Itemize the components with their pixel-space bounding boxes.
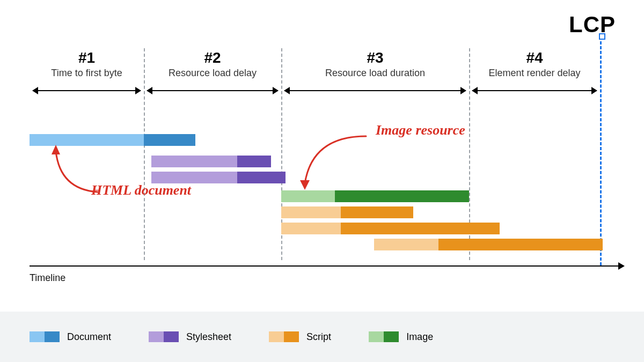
legend-swatch — [149, 331, 179, 342]
legend: DocumentStylesheetScriptImage — [0, 312, 644, 362]
legend-item: Image — [369, 331, 433, 343]
bar-script-wait — [374, 239, 438, 250]
phase-number: #2 — [144, 49, 281, 67]
legend-swatch — [269, 331, 299, 342]
phase-span-arrow — [284, 90, 466, 91]
bar-stylesheet-wait — [151, 156, 237, 167]
phase-header: #1Time to first byte — [30, 49, 144, 79]
timeline-axis-label: Timeline — [30, 272, 65, 284]
bar-stylesheet-download — [237, 172, 286, 183]
phase-span-arrow — [147, 90, 278, 91]
timeline-axis — [30, 265, 624, 267]
lcp-marker-label: LCP — [569, 12, 616, 38]
bar-document-download — [144, 134, 195, 146]
legend-swatch — [369, 331, 399, 342]
legend-item: Script — [269, 331, 331, 343]
annotation-image-resource: Image resource — [376, 122, 465, 138]
bar-script-download — [341, 223, 500, 234]
phase-label: Resource load duration — [281, 68, 469, 79]
bar-script-wait — [281, 206, 341, 218]
phase-number: #3 — [281, 49, 469, 67]
svg-marker-0 — [52, 145, 60, 154]
lcp-breakdown-diagram: { "lcp_label": "LCP", "axis_label": "Tim… — [0, 0, 644, 362]
legend-label: Document — [67, 331, 111, 343]
phase-span-arrow — [33, 90, 141, 91]
legend-label: Image — [406, 331, 433, 343]
bar-script-download — [341, 206, 413, 218]
bar-script-download — [438, 239, 603, 250]
phase-label: Resource load delay — [144, 68, 281, 79]
phase-header: #2Resource load delay — [144, 49, 281, 79]
phase-number: #4 — [469, 49, 600, 67]
legend-swatch — [30, 331, 60, 342]
phase-separator — [144, 48, 145, 260]
bar-stylesheet-wait — [151, 172, 237, 183]
legend-label: Script — [306, 331, 331, 343]
bar-stylesheet-download — [237, 156, 271, 167]
phase-header: #4Element render delay — [469, 49, 600, 79]
bar-script-wait — [281, 223, 341, 234]
phase-span-arrow — [472, 90, 597, 91]
lcp-marker-line — [600, 36, 602, 265]
phase-label: Element render delay — [469, 68, 600, 79]
legend-item: Stylesheet — [149, 331, 231, 343]
svg-marker-1 — [300, 180, 310, 190]
phase-label: Time to first byte — [30, 68, 144, 79]
annotation-arrow-image — [296, 132, 382, 196]
phase-number: #1 — [30, 49, 144, 67]
legend-item: Document — [30, 331, 111, 343]
phase-header: #3Resource load duration — [281, 49, 469, 79]
annotation-html-document: HTML document — [91, 182, 191, 198]
legend-label: Stylesheet — [186, 331, 231, 343]
